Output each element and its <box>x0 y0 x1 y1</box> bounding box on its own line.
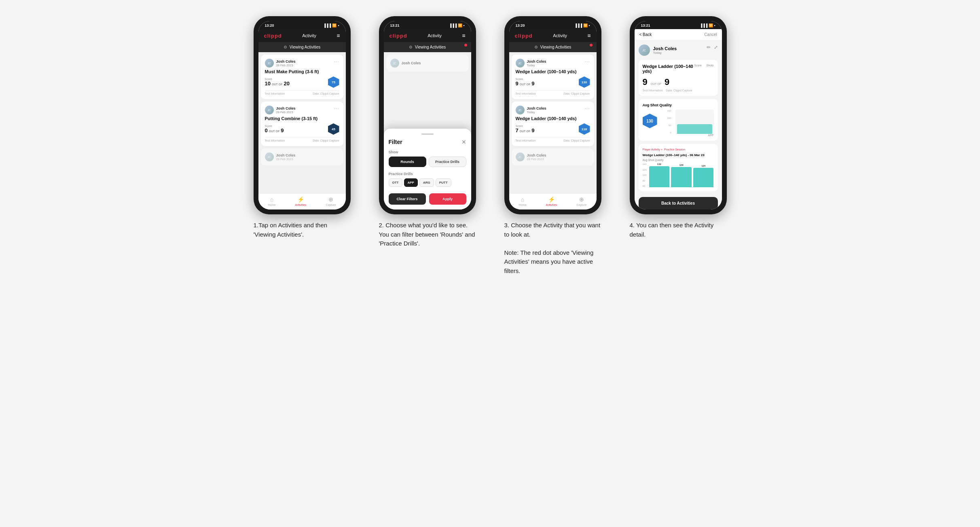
status-time-2: 13:21 <box>390 23 400 28</box>
card-title-1-1: Must Make Putting (3-6 ft) <box>265 69 339 74</box>
detail-avatar: JC <box>639 44 650 56</box>
status-icons-3: ▐▐▐ 🛜 ▪ <box>574 23 590 28</box>
red-dot-3 <box>590 44 593 47</box>
apply-button[interactable]: Apply <box>429 193 466 205</box>
hamburger-icon-2[interactable]: ≡ <box>462 32 465 39</box>
user-info-1-1: Josh Coles 28 Feb 2023 <box>276 59 296 67</box>
nav-home-3[interactable]: ⌂ Home <box>519 196 527 206</box>
card-stats-1-1: Score 10 OUT OF 20 75 <box>265 76 339 88</box>
caption-1: 1.Tap on Activities and then 'Viewing Ac… <box>254 221 351 239</box>
user-name-1-2: Josh Coles <box>276 106 296 110</box>
home-icon-1: ⌂ <box>270 196 273 203</box>
activities-icon-3: ⚡ <box>548 196 555 203</box>
user-date-3-3: 28 Feb 2023 <box>527 157 546 161</box>
red-dot-2 <box>464 44 467 47</box>
nav-activities-1[interactable]: ⚡ Activities <box>295 196 307 206</box>
filter-banner-1[interactable]: ⚙ Viewing Activities <box>258 42 346 52</box>
hamburger-icon-1[interactable]: ≡ <box>337 32 340 39</box>
activity-card-3-2[interactable]: JC Josh Coles Today ··· Wedge Ladder (10… <box>512 102 594 146</box>
drill-tag-ott[interactable]: OTT <box>389 178 402 187</box>
drill-tag-putt[interactable]: PUTT <box>436 178 451 187</box>
info-line1: Test Information <box>643 89 663 92</box>
status-icons-2: ▐▐▐ 🛜 ▪ <box>449 23 464 28</box>
hex-badge-1-1: 75 <box>328 76 339 88</box>
nav-activities-3[interactable]: ⚡ Activities <box>546 196 557 206</box>
user-name-1-1: Josh Coles <box>276 59 296 63</box>
modal-close-button[interactable]: ✕ <box>461 139 466 145</box>
user-date-1-1: 28 Feb 2023 <box>276 63 296 67</box>
expand-icon[interactable]: ⤢ <box>714 44 718 50</box>
session-chart-label: Avg Shot Quality <box>643 159 714 161</box>
nav-title-3: Activity <box>553 33 567 38</box>
user-date-3-1: Today <box>527 63 546 67</box>
battery-icon: ▪ <box>338 23 339 28</box>
score-val-1-1: 10 <box>265 80 271 87</box>
score-label-1-1: Score <box>265 78 290 80</box>
filter-banner-text-2: Viewing Activities <box>415 45 446 49</box>
nav-capture-1[interactable]: ⊕ Capture <box>326 196 336 206</box>
nav-capture-3[interactable]: ⊕ Capture <box>576 196 586 206</box>
hamburger-icon-3[interactable]: ≡ <box>587 32 591 39</box>
shots-3-1: 9 <box>531 80 534 87</box>
shots-val-1-2: 9 <box>281 127 284 133</box>
detail-user-name: Josh Coles <box>653 46 677 51</box>
toggle-rounds[interactable]: Rounds <box>389 157 426 167</box>
partial-user-2: Josh Coles <box>402 61 421 65</box>
session-prefix: Player Activity » <box>643 148 663 151</box>
filter-modal: Filter ✕ Show Rounds Practice Drills Pra… <box>384 129 471 210</box>
user-info-1-2: Josh Coles 28 Feb 2023 <box>276 106 296 114</box>
bottom-nav-3: ⌂ Home ⚡ Activities ⊕ Capture <box>509 193 597 210</box>
phone-col-4: 13:21 ▐▐▐ 🛜 ▪ < Back Cancel JC Josh Cole… <box>622 16 735 239</box>
card-menu-1-2[interactable]: ··· <box>334 106 339 111</box>
toggle-row: Rounds Practice Drills <box>389 157 466 167</box>
back-to-activities-button[interactable]: Back to Activities <box>639 197 718 210</box>
modal-handle <box>421 133 434 135</box>
score-3-2: 7 <box>516 127 519 133</box>
activities-label-1: Activities <box>295 203 307 206</box>
score-val-1-2: 0 <box>265 127 268 133</box>
caption-3: 3. Choose the Activity that you want to … <box>504 221 601 275</box>
card-menu-3-1[interactable]: ··· <box>584 59 590 64</box>
activity-card-1-3: JC Josh Coles 28 Feb 2023 <box>261 148 343 165</box>
activity-card-1-2[interactable]: JC Josh Coles 28 Feb 2023 ··· Putting Co… <box>261 102 343 146</box>
shots-3-2: 9 <box>531 127 534 133</box>
toggle-practice-drills[interactable]: Practice Drills <box>429 157 466 167</box>
status-bar-2: 13:21 ▐▐▐ 🛜 ▪ <box>384 21 471 29</box>
drill-tag-arg[interactable]: ARG <box>419 178 434 187</box>
chart-y-labels: 130 100 50 0 <box>660 110 672 134</box>
filter-banner-2[interactable]: ⚙ Viewing Activities <box>384 42 471 52</box>
practice-drills-label: Practice Drills <box>389 172 466 176</box>
card-footer-1-2: Test Information Data: Clippd Capture <box>265 137 339 142</box>
info-line2: Data: Clippd Capture <box>666 89 692 92</box>
app-logo-3: clippd <box>515 33 533 39</box>
activity-card-3-1[interactable]: JC Josh Coles Today ··· Wedge Ladder (10… <box>512 55 594 99</box>
phone-col-2: 13:21 ▐▐▐ 🛜 ▪ clippd Activity ≡ ⚙ Viewin… <box>371 16 484 248</box>
phone-1-screen: 13:20 ▐▐▐ 🛜 ▪ clippd Activity ≡ ⚙ Vie <box>258 21 346 210</box>
bar-label-3: 124 <box>701 165 705 167</box>
filter-banner-3[interactable]: ⚙ Viewing Activities <box>509 42 597 52</box>
drill-tags: OTT APP ARG PUTT <box>389 178 466 187</box>
clear-filters-button[interactable]: Clear Filters <box>389 193 426 205</box>
out-of-1-1: OUT OF <box>272 83 282 86</box>
nav-title-2: Activity <box>428 33 442 38</box>
detail-card-title: Wedge Ladder (100–140 yds) <box>643 64 694 74</box>
home-label-1: Home <box>268 203 276 206</box>
back-button[interactable]: < Back <box>639 32 652 37</box>
edit-icon[interactable]: ✏ <box>707 44 711 50</box>
nav-home-1[interactable]: ⌂ Home <box>268 196 276 206</box>
card-menu-3-2[interactable]: ··· <box>584 106 590 111</box>
session-chart-section: Player Activity » Practice Session Wedge… <box>639 144 718 191</box>
bottom-nav-1: ⌂ Home ⚡ Activities ⊕ Capture <box>258 193 346 210</box>
activity-card-1-1[interactable]: JC Josh Coles 28 Feb 2023 ··· Must Make … <box>261 55 343 99</box>
phone-2-screen: 13:21 ▐▐▐ 🛜 ▪ clippd Activity ≡ ⚙ Viewin… <box>384 21 471 210</box>
cancel-button[interactable]: Cancel <box>704 32 717 37</box>
activity-card-3-3: JC Josh Coles 28 Feb 2023 <box>512 148 594 165</box>
signal-icon: ▐▐▐ <box>323 23 331 28</box>
card-menu-1-1[interactable]: ··· <box>334 59 339 64</box>
caption-4: 4. You can then see the Activity detail. <box>630 221 727 239</box>
shots-val-1-1: 20 <box>284 80 289 87</box>
status-bar-3: 13:20 ▐▐▐ 🛜 ▪ <box>509 21 597 29</box>
out-of-1-2: OUT OF <box>269 130 279 133</box>
drill-tag-app[interactable]: APP <box>404 178 418 187</box>
card-header-1-1: JC Josh Coles 28 Feb 2023 ··· <box>265 59 339 68</box>
